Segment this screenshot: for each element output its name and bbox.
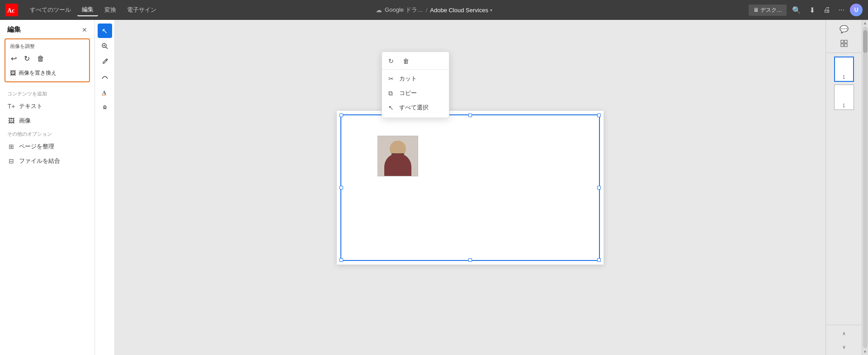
- scroll-up-icon[interactable]: ▲: [863, 21, 867, 25]
- handle-top-left[interactable]: [340, 114, 343, 117]
- handle-middle-left[interactable]: [340, 186, 343, 189]
- scroll-up-arrow[interactable]: ∧: [838, 327, 850, 340]
- svg-text:Ac: Ac: [7, 7, 14, 14]
- handle-middle-right[interactable]: [597, 186, 601, 189]
- canvas-area[interactable]: ↻ 🗑 ✂ カット ⧉ コピー ↖ すべて選択: [115, 20, 826, 355]
- context-menu: ↻ 🗑 ✂ カット ⧉ コピー ↖ すべて選択: [382, 52, 449, 118]
- handle-top-middle[interactable]: [468, 114, 472, 117]
- delete-button[interactable]: 🗑: [36, 54, 45, 64]
- nav-item-esign[interactable]: 電子サイン: [123, 4, 161, 16]
- nav-item-convert[interactable]: 変換: [100, 4, 121, 16]
- tool-curve[interactable]: [98, 70, 112, 84]
- top-nav-menu: すべてのツール 編集 変換 電子サイン: [25, 4, 161, 16]
- panel-item-image[interactable]: 🖼 画像: [0, 114, 94, 128]
- svg-line-3: [106, 47, 108, 49]
- select-all-icon: ↖: [388, 104, 396, 111]
- more-button[interactable]: ···: [836, 4, 847, 16]
- redo-button[interactable]: ↻: [23, 53, 31, 64]
- text-add-icon: T+: [7, 103, 15, 110]
- handle-bottom-left[interactable]: [340, 258, 343, 262]
- nav-item-all-tools[interactable]: すべてのツール: [25, 4, 75, 16]
- panel-item-text[interactable]: T+ テキスト: [0, 99, 94, 114]
- panel-header: 編集 ✕: [0, 25, 94, 38]
- context-cut[interactable]: ✂ カット: [382, 71, 449, 86]
- person-body: [384, 153, 411, 176]
- scroll-thumb[interactable]: [863, 30, 868, 53]
- download-button[interactable]: ⬇: [807, 4, 818, 16]
- top-nav: Ac すべてのツール 編集 変換 電子サイン ☁ Google ドラ… / Ad…: [0, 0, 868, 20]
- image-adjust-actions: ↩ ↻ 🗑: [10, 53, 85, 64]
- combine-icon: ⊟: [7, 157, 15, 165]
- scroll-track[interactable]: [863, 27, 868, 348]
- desktop-button[interactable]: 🖥 デスク…: [749, 5, 786, 16]
- tool-stamp[interactable]: [98, 100, 112, 115]
- panel-item-organize[interactable]: ⊞ ページを整理: [0, 139, 94, 154]
- breadcrumb-chevron-icon[interactable]: ▾: [490, 8, 492, 13]
- refresh-icon[interactable]: ↻: [388, 57, 396, 65]
- tool-zoom[interactable]: [98, 39, 112, 53]
- tool-text[interactable]: A: [98, 85, 112, 99]
- user-avatar[interactable]: U: [850, 4, 863, 16]
- svg-text:A: A: [102, 90, 106, 96]
- scroll-down-arrow[interactable]: ∨: [838, 341, 850, 353]
- svg-point-10: [104, 107, 105, 108]
- vertical-scrollbar[interactable]: ▲ ▼: [862, 20, 868, 355]
- image-add-icon: 🖼: [7, 117, 15, 124]
- page-thumb-1[interactable]: 1: [834, 57, 854, 82]
- panel-title: 編集: [7, 25, 21, 34]
- context-copy[interactable]: ⧉ コピー: [382, 86, 449, 100]
- right-panel: 💬 1 1 ∧ ∨: [826, 20, 862, 355]
- svg-rect-11: [841, 40, 844, 43]
- svg-rect-14: [844, 44, 847, 47]
- context-delete-icon[interactable]: 🗑: [403, 57, 410, 65]
- breadcrumb-separator: /: [426, 7, 428, 14]
- top-nav-right: 🖥 デスク… 🔍 ⬇ 🖨 ··· U: [749, 4, 863, 16]
- scroll-down-icon[interactable]: ▼: [863, 350, 867, 354]
- copy-icon: ⧉: [388, 90, 396, 97]
- breadcrumb: ☁ Google ドラ… / Adobe Cloud Services ▾: [376, 6, 492, 14]
- scissors-icon: ✂: [388, 75, 396, 82]
- cloud-icon: ☁: [376, 6, 382, 14]
- image-adjust-box: 画像を調整 ↩ ↻ 🗑 🖼 画像を置き換え: [5, 38, 90, 82]
- svg-rect-12: [844, 40, 847, 43]
- other-options-label: その他のオプション: [0, 128, 94, 139]
- breadcrumb-current[interactable]: Adobe Cloud Services ▾: [430, 7, 492, 14]
- svg-rect-8: [102, 95, 106, 95]
- tool-pen[interactable]: [98, 54, 112, 69]
- panel-close-button[interactable]: ✕: [82, 26, 87, 33]
- undo-button[interactable]: ↩: [10, 53, 18, 64]
- photo-placeholder: [377, 136, 418, 176]
- replace-icon: 🖼: [10, 70, 16, 76]
- panel-item-combine[interactable]: ⊟ ファイルを結合: [0, 154, 94, 168]
- nav-item-edit[interactable]: 編集: [77, 4, 98, 16]
- svg-line-6: [106, 60, 107, 61]
- handle-top-right[interactable]: [597, 114, 601, 117]
- app-logo: Ac: [5, 4, 18, 16]
- right-icon-comments[interactable]: 💬: [838, 23, 850, 35]
- right-icon-grid[interactable]: [838, 37, 850, 50]
- breadcrumb-cloud-label[interactable]: Google ドラ…: [385, 6, 423, 14]
- tool-select[interactable]: ↖: [98, 24, 112, 38]
- image-adjust-label: 画像を調整: [10, 43, 85, 50]
- handle-bottom-middle[interactable]: [468, 258, 472, 262]
- main-layout: 編集 ✕ 画像を調整 ↩ ↻ 🗑 🖼 画像を置き換え コンテンツを追加 T+ テ…: [0, 20, 868, 355]
- replace-image-button[interactable]: 🖼 画像を置き換え: [10, 68, 57, 78]
- handle-bottom-right[interactable]: [597, 258, 601, 262]
- left-panel: 編集 ✕ 画像を調整 ↩ ↻ 🗑 🖼 画像を置き換え コンテンツを追加 T+ テ…: [0, 20, 95, 355]
- page-thumb-2[interactable]: 1: [834, 85, 854, 110]
- search-button[interactable]: 🔍: [789, 4, 804, 16]
- context-select-all[interactable]: ↖ すべて選択: [382, 100, 449, 115]
- organize-icon: ⊞: [7, 143, 15, 150]
- print-button[interactable]: 🖨: [821, 4, 833, 16]
- pdf-page: [337, 111, 604, 265]
- add-content-label: コンテンツを追加: [0, 88, 94, 99]
- toolbar-vertical: ↖ A: [95, 20, 115, 355]
- svg-rect-13: [841, 44, 844, 47]
